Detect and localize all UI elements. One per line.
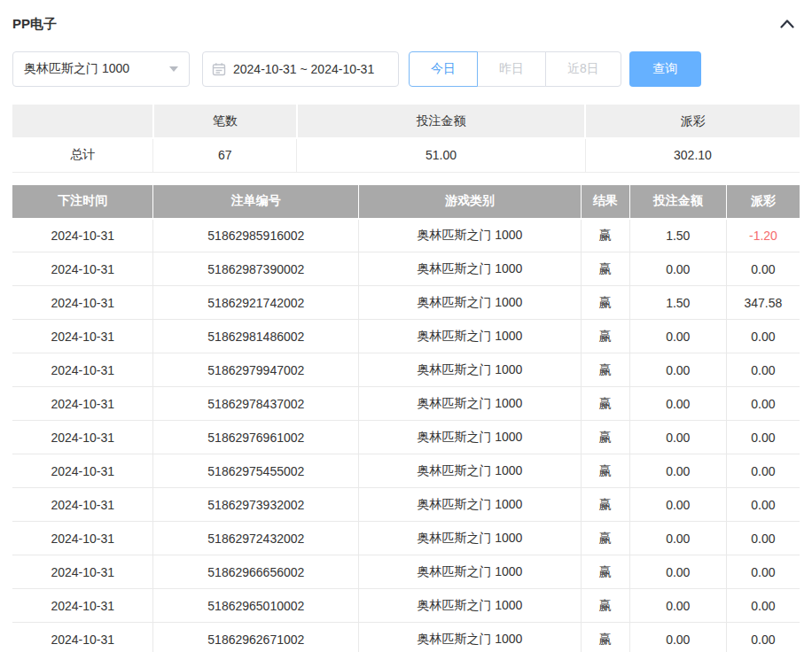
chevron-up-icon bbox=[780, 19, 794, 28]
cell-order-id: 51862966656002 bbox=[153, 555, 359, 589]
table-row: 2024-10-31 51862976961002 奥林匹斯之门 1000 赢 … bbox=[12, 421, 800, 454]
caret-down-icon bbox=[169, 66, 178, 72]
game-select-value: 奥林匹斯之门 1000 bbox=[24, 61, 129, 77]
cell-result: 赢 bbox=[581, 320, 629, 353]
cell-result: 赢 bbox=[581, 488, 629, 522]
cell-order-id: 51862979947002 bbox=[153, 353, 359, 387]
cell-order-id: 51862965010002 bbox=[153, 589, 359, 623]
game-select[interactable]: 奥林匹斯之门 1000 bbox=[12, 51, 190, 87]
summary-header-count: 笔数 bbox=[153, 105, 297, 138]
cell-bet-amount: 0.00 bbox=[629, 252, 726, 286]
table-row: 2024-10-31 51862975455002 奥林匹斯之门 1000 赢 … bbox=[12, 454, 800, 488]
cell-bet-time: 2024-10-31 bbox=[12, 320, 153, 353]
table-row: 2024-10-31 51862972432002 奥林匹斯之门 1000 赢 … bbox=[12, 522, 800, 555]
summary-total-label: 总计 bbox=[12, 138, 153, 172]
summary-total-count: 67 bbox=[153, 138, 297, 172]
cell-game-type: 奥林匹斯之门 1000 bbox=[359, 320, 581, 353]
cell-bet-amount: 0.00 bbox=[629, 320, 726, 353]
cell-bet-amount: 0.00 bbox=[629, 555, 726, 589]
cell-game-type: 奥林匹斯之门 1000 bbox=[359, 454, 581, 488]
records-header-game-type: 游戏类别 bbox=[359, 185, 581, 219]
table-row: 2024-10-31 51862987390002 奥林匹斯之门 1000 赢 … bbox=[12, 252, 800, 286]
summary-header-blank bbox=[12, 105, 153, 138]
cell-bet-time: 2024-10-31 bbox=[12, 252, 153, 286]
cell-bet-time: 2024-10-31 bbox=[12, 454, 153, 488]
cell-order-id: 51862978437002 bbox=[153, 387, 359, 421]
cell-order-id: 51862976961002 bbox=[153, 421, 359, 454]
records-header-bet-amount: 投注金额 bbox=[629, 185, 726, 219]
cell-payout: 0.00 bbox=[726, 421, 800, 454]
cell-payout: 0.00 bbox=[726, 589, 800, 623]
cell-order-id: 51862972432002 bbox=[153, 522, 359, 555]
collapse-button[interactable] bbox=[777, 14, 798, 34]
summary-total-payout: 302.10 bbox=[585, 138, 800, 172]
table-row: 2024-10-31 51862965010002 奥林匹斯之门 1000 赢 … bbox=[12, 589, 800, 623]
filter-controls: 奥林匹斯之门 1000 2024-10-31 ~ 2024-10-31 今日 昨… bbox=[12, 51, 800, 87]
cell-bet-amount: 0.00 bbox=[629, 623, 726, 652]
cell-payout: 0.00 bbox=[726, 623, 800, 652]
query-button[interactable]: 查询 bbox=[629, 51, 701, 87]
cell-game-type: 奥林匹斯之门 1000 bbox=[359, 522, 581, 555]
cell-bet-amount: 1.50 bbox=[629, 219, 726, 252]
summary-header-row: 笔数 投注金额 派彩 bbox=[12, 105, 800, 138]
cell-result: 赢 bbox=[581, 555, 629, 589]
summary-total-row: 总计 67 51.00 302.10 bbox=[12, 138, 800, 172]
cell-game-type: 奥林匹斯之门 1000 bbox=[359, 421, 581, 454]
cell-game-type: 奥林匹斯之门 1000 bbox=[359, 252, 581, 286]
cell-game-type: 奥林匹斯之门 1000 bbox=[359, 219, 581, 252]
table-row: 2024-10-31 51862978437002 奥林匹斯之门 1000 赢 … bbox=[12, 387, 800, 421]
cell-payout: 0.00 bbox=[726, 555, 800, 589]
cell-bet-time: 2024-10-31 bbox=[12, 488, 153, 522]
calendar-icon bbox=[212, 62, 226, 76]
cell-order-id: 51862987390002 bbox=[153, 252, 359, 286]
summary-header-bet-amount: 投注金额 bbox=[297, 105, 586, 138]
cell-bet-amount: 0.00 bbox=[629, 387, 726, 421]
table-row: 2024-10-31 51862962671002 奥林匹斯之门 1000 赢 … bbox=[12, 623, 800, 652]
records-header-order-id: 注单编号 bbox=[153, 185, 359, 219]
records-header-payout: 派彩 bbox=[726, 185, 800, 219]
table-row: 2024-10-31 51862973932002 奥林匹斯之门 1000 赢 … bbox=[12, 488, 800, 522]
cell-bet-time: 2024-10-31 bbox=[12, 353, 153, 387]
table-row: 2024-10-31 51862921742002 奥林匹斯之门 1000 赢 … bbox=[12, 286, 800, 320]
quick-filter-group: 今日 昨日 近8日 bbox=[409, 51, 621, 87]
cell-payout: 0.00 bbox=[726, 488, 800, 522]
cell-payout: 0.00 bbox=[726, 320, 800, 353]
cell-bet-time: 2024-10-31 bbox=[12, 623, 153, 652]
panel-header: PP电子 bbox=[12, 14, 800, 34]
cell-result: 赢 bbox=[581, 454, 629, 488]
cell-bet-time: 2024-10-31 bbox=[12, 522, 153, 555]
cell-order-id: 51862921742002 bbox=[153, 286, 359, 320]
cell-result: 赢 bbox=[581, 286, 629, 320]
cell-bet-time: 2024-10-31 bbox=[12, 219, 153, 252]
summary-table: 笔数 投注金额 派彩 总计 67 51.00 302.10 bbox=[12, 105, 800, 173]
cell-result: 赢 bbox=[581, 252, 629, 286]
cell-order-id: 51862962671002 bbox=[153, 623, 359, 652]
cell-bet-amount: 1.50 bbox=[629, 286, 726, 320]
pp-electronic-panel: PP电子 奥林匹斯之门 1000 bbox=[0, 0, 812, 652]
date-range-input[interactable]: 2024-10-31 ~ 2024-10-31 bbox=[202, 51, 399, 87]
cell-game-type: 奥林匹斯之门 1000 bbox=[359, 286, 581, 320]
cell-game-type: 奥林匹斯之门 1000 bbox=[359, 589, 581, 623]
table-row: 2024-10-31 51862985916002 奥林匹斯之门 1000 赢 … bbox=[12, 219, 800, 252]
cell-bet-amount: 0.00 bbox=[629, 522, 726, 555]
cell-game-type: 奥林匹斯之门 1000 bbox=[359, 623, 581, 652]
cell-payout: 0.00 bbox=[726, 522, 800, 555]
page-title: PP电子 bbox=[12, 16, 57, 33]
quick-filter-yesterday-button[interactable]: 昨日 bbox=[477, 51, 546, 87]
cell-result: 赢 bbox=[581, 421, 629, 454]
table-row: 2024-10-31 51862979947002 奥林匹斯之门 1000 赢 … bbox=[12, 353, 800, 387]
cell-payout: 0.00 bbox=[726, 454, 800, 488]
cell-result: 赢 bbox=[581, 387, 629, 421]
cell-bet-amount: 0.00 bbox=[629, 353, 726, 387]
cell-bet-amount: 0.00 bbox=[629, 488, 726, 522]
cell-bet-time: 2024-10-31 bbox=[12, 286, 153, 320]
cell-payout: 347.58 bbox=[726, 286, 800, 320]
quick-filter-today-button[interactable]: 今日 bbox=[409, 51, 478, 87]
cell-result: 赢 bbox=[581, 522, 629, 555]
quick-filter-last8days-button[interactable]: 近8日 bbox=[545, 51, 621, 87]
records-header-row: 下注时间 注单编号 游戏类别 结果 投注金额 派彩 bbox=[12, 185, 800, 219]
cell-order-id: 51862985916002 bbox=[153, 219, 359, 252]
cell-game-type: 奥林匹斯之门 1000 bbox=[359, 555, 581, 589]
cell-bet-time: 2024-10-31 bbox=[12, 589, 153, 623]
cell-payout: -1.20 bbox=[726, 219, 800, 252]
